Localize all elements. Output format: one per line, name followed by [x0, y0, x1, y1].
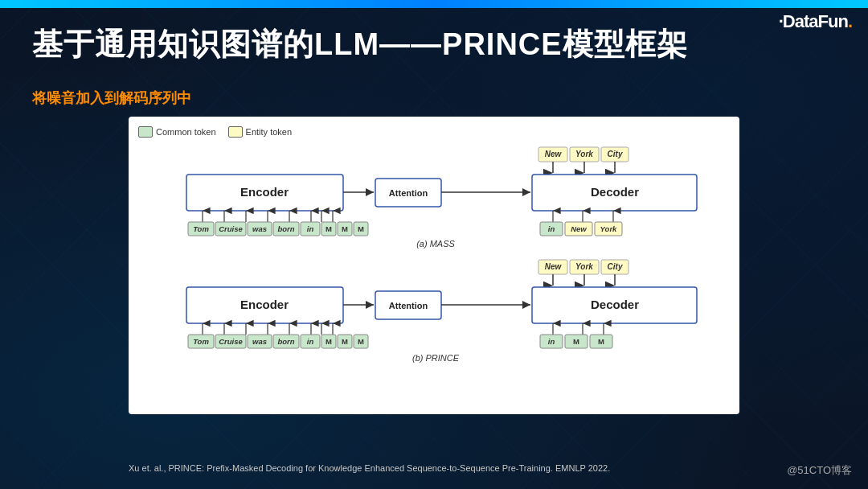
svg-text:Encoder: Encoder [240, 298, 289, 311]
svg-text:Attention: Attention [389, 188, 428, 198]
diagram-container: Common token Entity token New York City … [129, 117, 739, 414]
subtitle: 将噪音加入到解码序列中 [32, 88, 191, 108]
svg-text:in: in [307, 224, 314, 233]
svg-text:born: born [277, 224, 294, 233]
legend: Common token Entity token [138, 126, 730, 138]
svg-text:Decoder: Decoder [591, 185, 639, 199]
legend-common-box [138, 126, 153, 138]
svg-text:was: was [252, 224, 267, 233]
svg-text:York: York [600, 224, 617, 233]
logo-text: ·DataFun. [779, 11, 852, 31]
svg-text:City: City [608, 262, 623, 271]
svg-text:Encoder: Encoder [240, 185, 289, 199]
svg-text:(a) MASS: (a) MASS [416, 239, 455, 249]
svg-text:in: in [548, 224, 555, 233]
svg-text:M: M [358, 337, 364, 346]
watermark: @51CTO博客 [787, 463, 852, 478]
legend-common: Common token [138, 126, 216, 138]
svg-text:M: M [598, 337, 604, 346]
svg-text:M: M [342, 337, 348, 346]
diagram-svg: New York City Encoder Attention Decoder [138, 144, 730, 417]
legend-entity-label: Entity token [246, 127, 292, 137]
svg-text:York: York [575, 262, 593, 271]
svg-text:York: York [575, 150, 593, 158]
logo: ·DataFun. [779, 11, 852, 32]
svg-text:New: New [545, 150, 563, 158]
legend-entity-box [228, 126, 243, 138]
svg-text:Attention: Attention [389, 301, 428, 310]
svg-text:Tom: Tom [193, 337, 209, 346]
citation: Xu et. al., PRINCE: Prefix-Masked Decodi… [129, 463, 610, 473]
svg-text:New: New [571, 224, 587, 233]
svg-text:M: M [342, 224, 348, 233]
legend-entity: Entity token [228, 126, 292, 138]
svg-text:Tom: Tom [193, 224, 209, 233]
svg-text:City: City [608, 150, 623, 158]
svg-text:Cruise: Cruise [219, 224, 243, 233]
legend-common-label: Common token [156, 127, 216, 137]
svg-text:New: New [545, 262, 563, 271]
svg-text:was: was [252, 337, 267, 346]
svg-text:M: M [358, 224, 364, 233]
svg-text:in: in [548, 337, 555, 346]
svg-text:(b) PRINCE: (b) PRINCE [412, 353, 460, 363]
svg-text:M: M [326, 337, 332, 346]
svg-text:born: born [277, 337, 294, 346]
svg-text:Cruise: Cruise [219, 337, 243, 346]
top-bar [0, 0, 868, 8]
main-title: 基于通用知识图谱的LLM——PRINCE模型框架 [32, 24, 688, 65]
svg-text:M: M [573, 337, 579, 346]
svg-text:in: in [307, 337, 314, 346]
svg-text:Decoder: Decoder [591, 298, 639, 311]
svg-text:M: M [326, 224, 332, 233]
